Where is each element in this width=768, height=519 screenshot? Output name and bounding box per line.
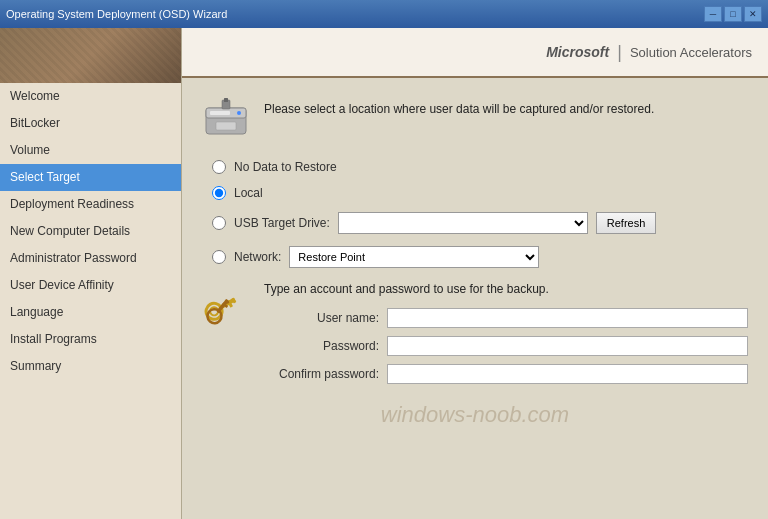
radio-no-data-row: No Data to Restore (212, 160, 748, 174)
radio-usb[interactable] (212, 216, 226, 230)
usb-drive-dropdown[interactable] (338, 212, 588, 234)
info-row: Please select a location where user data… (202, 94, 748, 142)
sidebar-item-select-target[interactable]: Select Target (0, 164, 181, 191)
info-text: Please select a location where user data… (264, 94, 654, 118)
maximize-button[interactable]: □ (724, 6, 742, 22)
sidebar-item-administrator-password[interactable]: Administrator Password (0, 245, 181, 272)
radio-usb-row: USB Target Drive: Refresh (212, 212, 748, 234)
confirm-password-row: Confirm password: (264, 364, 748, 384)
sidebar-item-volume[interactable]: Volume (0, 137, 181, 164)
sidebar-item-summary[interactable]: Summary (0, 353, 181, 380)
username-row: User name: (264, 308, 748, 328)
svg-rect-2 (210, 111, 230, 115)
sidebar-item-new-computer-details[interactable]: New Computer Details (0, 218, 181, 245)
main-container: Welcome BitLocker Volume Select Target D… (0, 28, 768, 519)
brand-microsoft: Microsoft (546, 44, 609, 60)
password-row: Password: (264, 336, 748, 356)
password-input[interactable] (387, 336, 748, 356)
radio-no-data-label: No Data to Restore (234, 160, 337, 174)
title-bar: Operating System Deployment (OSD) Wizard… (0, 0, 768, 28)
radio-usb-inline: USB Target Drive: Refresh (212, 212, 656, 234)
username-input[interactable] (387, 308, 748, 328)
radio-network[interactable] (212, 250, 226, 264)
brand-header: Microsoft | Solution Accelerators (182, 28, 768, 78)
drive-svg (202, 94, 250, 142)
sidebar-header (0, 28, 181, 83)
sidebar-item-bitlocker[interactable]: BitLocker (0, 110, 181, 137)
radio-local[interactable] (212, 186, 226, 200)
backup-title: Type an account and password to use for … (264, 282, 748, 296)
sidebar-item-welcome[interactable]: Welcome (0, 83, 181, 110)
radio-section: No Data to Restore Local USB Target Driv… (212, 160, 748, 268)
brand-divider: | (617, 42, 622, 63)
page-content: Please select a location where user data… (182, 78, 768, 519)
brand-text: Microsoft | Solution Accelerators (546, 42, 752, 63)
password-label: Password: (264, 339, 379, 353)
radio-network-inline: Network: Restore Point (212, 246, 539, 268)
network-dropdown[interactable]: Restore Point (289, 246, 539, 268)
drive-icon (202, 94, 250, 142)
radio-network-label: Network: (234, 250, 281, 264)
sidebar-item-deployment-readiness[interactable]: Deployment Readiness (0, 191, 181, 218)
brand-accelerators: Solution Accelerators (630, 45, 752, 60)
svg-point-3 (237, 111, 241, 115)
keys-svg (204, 286, 248, 346)
backup-form: Type an account and password to use for … (264, 282, 748, 392)
sidebar-item-user-device-affinity[interactable]: User Device Affinity (0, 272, 181, 299)
watermark: windows-noob.com (202, 402, 748, 428)
confirm-password-label: Confirm password: (264, 367, 379, 381)
sidebar-item-install-programs[interactable]: Install Programs (0, 326, 181, 353)
title-bar-text: Operating System Deployment (OSD) Wizard (6, 8, 227, 20)
radio-local-label: Local (234, 186, 263, 200)
title-bar-controls: ─ □ ✕ (704, 6, 762, 22)
backup-section: Type an account and password to use for … (202, 282, 748, 392)
close-button[interactable]: ✕ (744, 6, 762, 22)
svg-rect-6 (224, 98, 228, 102)
username-label: User name: (264, 311, 379, 325)
radio-no-data[interactable] (212, 160, 226, 174)
refresh-button[interactable]: Refresh (596, 212, 657, 234)
radio-usb-label: USB Target Drive: (234, 216, 330, 230)
content-area: Microsoft | Solution Accelerators (182, 28, 768, 519)
radio-local-row: Local (212, 186, 748, 200)
radio-network-row: Network: Restore Point (212, 246, 748, 268)
sidebar-item-language[interactable]: Language (0, 299, 181, 326)
keys-icon (202, 282, 250, 362)
confirm-password-input[interactable] (387, 364, 748, 384)
svg-rect-4 (216, 122, 236, 130)
minimize-button[interactable]: ─ (704, 6, 722, 22)
sidebar: Welcome BitLocker Volume Select Target D… (0, 28, 182, 519)
